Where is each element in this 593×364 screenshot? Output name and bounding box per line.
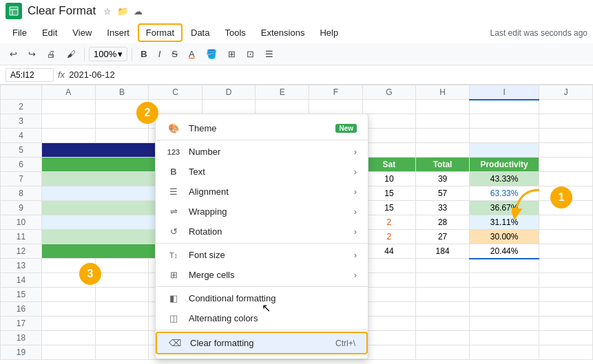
formula-bar: fx 2021-06-12	[0, 65, 593, 85]
cell-a2[interactable]	[42, 100, 96, 114]
row-num-19: 19	[1, 345, 42, 360]
row-num-12: 12	[1, 244, 42, 259]
sheet-area: A B C D E F G H I J 2	[0, 85, 593, 364]
toolbar: ↩ ↪ 🖨 🖌 100% ▾ B I S A 🪣 ⊞ ⊡ ☰	[0, 43, 593, 65]
menu-insert[interactable]: Insert	[100, 25, 136, 41]
text-arrow: ›	[354, 167, 357, 177]
cell-sat-header[interactable]: Sat	[362, 158, 416, 172]
theme-icon: 🎨	[167, 123, 180, 133]
row-num-11: 11	[1, 230, 42, 244]
row-num-18: 18	[1, 331, 42, 345]
wrapping-label: Wrapping	[189, 206, 346, 217]
corner-header	[1, 85, 42, 100]
row-num-14: 14	[1, 273, 42, 288]
rotation-arrow: ›	[354, 226, 357, 237]
wrapping-arrow: ›	[354, 206, 357, 217]
row-num-10: 10	[1, 215, 42, 230]
alignment-arrow: ›	[354, 186, 357, 197]
clear-formatting-label: Clear formatting	[190, 338, 327, 348]
menu-theme-item[interactable]: 🎨 Theme New	[156, 118, 368, 138]
number-arrow: ›	[354, 147, 357, 157]
col-header-a: A	[42, 85, 96, 100]
clear-formatting-shortcut: Ctrl+\	[335, 339, 355, 348]
menu-rotation-item[interactable]: ↺ Rotation ›	[156, 222, 368, 242]
number-label: Number	[189, 147, 346, 157]
italic-button[interactable]: I	[154, 46, 165, 62]
row-num-3: 3	[1, 114, 42, 129]
alternating-label: Alternating colors	[189, 313, 357, 323]
fontsize-arrow: ›	[354, 250, 357, 260]
zoom-dropdown-icon: ▾	[118, 49, 123, 59]
font-color-button[interactable]: A	[185, 46, 199, 62]
star-icon[interactable]: ☆	[101, 5, 114, 17]
annotation-1: 1	[550, 186, 572, 208]
row-num-8: 8	[1, 186, 42, 201]
menu-text-item[interactable]: B Text ›	[156, 162, 368, 182]
bold-button[interactable]: B	[136, 46, 151, 62]
col-header-j: J	[539, 85, 593, 100]
conditional-label: Conditional formatting	[189, 293, 357, 303]
annotation-2: 2	[136, 102, 158, 124]
menu-fontsize-item[interactable]: T↕ Font size ›	[156, 245, 368, 265]
conditional-icon: ◧	[167, 293, 180, 303]
col-header-e: E	[256, 85, 309, 100]
row-num-16: 16	[1, 302, 42, 317]
annotation-3: 3	[79, 263, 101, 285]
zoom-selector[interactable]: 100% ▾	[89, 47, 127, 61]
menu-group-clear: ⌫ Clear formatting Ctrl+\	[156, 330, 368, 356]
print-button[interactable]: 🖨	[43, 46, 60, 62]
menu-group-size-merge: T↕ Font size › ⊞ Merge cells ›	[156, 244, 368, 287]
cell-total-header[interactable]: Total	[416, 158, 470, 172]
strikethrough-button[interactable]: S	[167, 46, 182, 62]
menu-extensions[interactable]: Extensions	[254, 25, 312, 41]
redo-button[interactable]: ↪	[24, 46, 40, 62]
rotation-label: Rotation	[189, 226, 346, 237]
menu-wrapping-item[interactable]: ⇌ Wrapping ›	[156, 202, 368, 222]
menu-number-item[interactable]: 123 Number ›	[156, 142, 368, 162]
menu-file[interactable]: File	[6, 25, 34, 41]
last-edit-status: Last edit was seconds ago	[490, 28, 587, 38]
menu-clear-formatting-item[interactable]: ⌫ Clear formatting Ctrl+\	[156, 332, 368, 354]
merge-button[interactable]: ⊡	[242, 46, 258, 62]
paint-format-button[interactable]: 🖌	[63, 46, 80, 62]
col-header-f: F	[309, 85, 363, 100]
menu-merge-item[interactable]: ⊞ Merge cells ›	[156, 265, 368, 285]
fontsize-label: Font size	[189, 250, 346, 260]
fill-color-button[interactable]: 🪣	[202, 46, 221, 62]
undo-button[interactable]: ↩	[6, 46, 21, 62]
cloud-icon[interactable]: ☁	[132, 5, 144, 17]
col-header-b: B	[95, 85, 149, 100]
row-num-4: 4	[1, 129, 42, 143]
borders-button[interactable]: ⊞	[224, 46, 240, 62]
menu-bar: File Edit View Insert Format Data Tools …	[0, 22, 593, 43]
cell-productivity-header[interactable]: Productivity	[469, 158, 539, 172]
row-num-15: 15	[1, 288, 42, 302]
menu-edit[interactable]: Edit	[35, 25, 64, 41]
title-icons: ☆ 📁 ☁	[101, 5, 144, 17]
alternating-icon: ◫	[167, 313, 180, 323]
fontsize-icon: T↕	[167, 251, 180, 259]
menu-help[interactable]: Help	[313, 25, 345, 41]
menu-group-theme: 🎨 Theme New	[156, 117, 368, 140]
toolbar-separator-2	[132, 47, 132, 61]
align-button[interactable]: ☰	[261, 46, 278, 62]
row-num-7: 7	[1, 172, 42, 186]
row-num-2: 2	[1, 100, 42, 114]
cell-reference-input[interactable]	[6, 68, 54, 82]
number-icon: 123	[167, 148, 180, 156]
wrapping-icon: ⇌	[167, 206, 180, 217]
app-container: Clear Format ☆ 📁 ☁ File Edit View Insert…	[0, 0, 593, 364]
merge-icon: ⊞	[167, 270, 180, 280]
menu-view[interactable]: View	[65, 25, 98, 41]
row-num-6: 6	[1, 158, 42, 172]
toolbar-separator-1	[84, 47, 85, 61]
menu-format[interactable]: Format	[138, 23, 183, 42]
theme-label: Theme	[189, 123, 322, 133]
row-num-13: 13	[1, 259, 42, 273]
clear-formatting-icon: ⌫	[168, 338, 182, 348]
alignment-icon: ☰	[167, 186, 180, 197]
folder-icon[interactable]: 📁	[116, 5, 129, 17]
menu-tools[interactable]: Tools	[218, 25, 252, 41]
menu-data[interactable]: Data	[184, 25, 216, 41]
menu-alignment-item[interactable]: ☰ Alignment ›	[156, 182, 368, 202]
